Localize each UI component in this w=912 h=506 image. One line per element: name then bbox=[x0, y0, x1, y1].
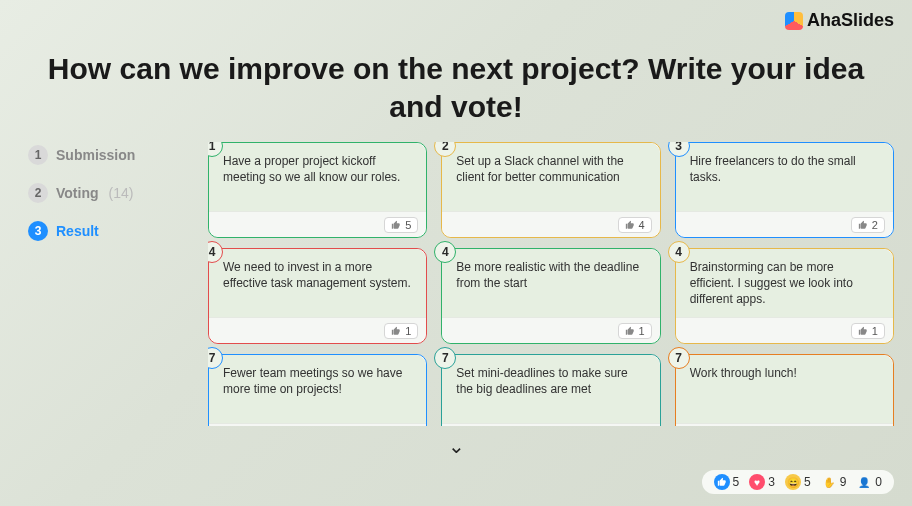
user-icon: 👤 bbox=[856, 474, 872, 490]
idea-text: Hire freelancers to do the small tasks. bbox=[676, 143, 893, 211]
card-footer bbox=[442, 423, 659, 426]
idea-card[interactable]: 1Have a proper project kickoff meeting s… bbox=[208, 142, 427, 238]
brand-name: AhaSlides bbox=[807, 10, 894, 31]
page-title: How can we improve on the next project? … bbox=[0, 50, 912, 125]
idea-card[interactable]: 4Brainstorming can be more efficient. I … bbox=[675, 248, 894, 344]
sidebar: 1 Submission 2 Voting (14) 3 Result bbox=[28, 145, 178, 259]
vote-button[interactable]: 1 bbox=[851, 323, 885, 339]
vote-count: 1 bbox=[872, 325, 878, 337]
thumbs-up-icon bbox=[858, 220, 868, 230]
idea-card[interactable]: 4We need to invest in a more effective t… bbox=[208, 248, 427, 344]
rank-badge: 4 bbox=[668, 241, 690, 263]
idea-card[interactable]: 4Be more realistic with the deadline fro… bbox=[441, 248, 660, 344]
thumbs-up-icon bbox=[391, 220, 401, 230]
thumbs-up-icon bbox=[391, 326, 401, 336]
brand-logo-icon bbox=[785, 12, 803, 30]
vote-count: 2 bbox=[872, 219, 878, 231]
card-footer bbox=[209, 423, 426, 426]
card-footer: 1 bbox=[442, 317, 659, 343]
idea-text: Have a proper project kickoff meeting so… bbox=[209, 143, 426, 211]
card-footer: 2 bbox=[676, 211, 893, 237]
idea-text: Set up a Slack channel with the client f… bbox=[442, 143, 659, 211]
thumbs-up-icon bbox=[858, 326, 868, 336]
card-footer bbox=[676, 423, 893, 426]
card-footer: 1 bbox=[676, 317, 893, 343]
idea-text: Be more realistic with the deadline from… bbox=[442, 249, 659, 317]
card-footer: 4 bbox=[442, 211, 659, 237]
idea-text: We need to invest in a more effective ta… bbox=[209, 249, 426, 317]
react-count: 3 bbox=[768, 475, 775, 489]
idea-card[interactable]: 7Fewer team meetings so we have more tim… bbox=[208, 354, 427, 426]
vote-button[interactable]: 5 bbox=[384, 217, 418, 233]
expand-button[interactable]: ⌄ bbox=[448, 434, 465, 458]
reactions-bar: 5 ♥ 3 😄 5 ✋ 9 👤 0 bbox=[702, 470, 894, 494]
step-result[interactable]: 3 Result bbox=[28, 221, 178, 241]
vote-button[interactable]: 2 bbox=[851, 217, 885, 233]
idea-text: Fewer team meetings so we have more time… bbox=[209, 355, 426, 423]
vote-count: 1 bbox=[639, 325, 645, 337]
idea-card[interactable]: 7Set mini-deadlines to make sure the big… bbox=[441, 354, 660, 426]
step-num: 3 bbox=[28, 221, 48, 241]
step-label: Voting bbox=[56, 185, 99, 201]
vote-button[interactable]: 1 bbox=[618, 323, 652, 339]
step-voting[interactable]: 2 Voting (14) bbox=[28, 183, 178, 203]
laugh-icon: 😄 bbox=[785, 474, 801, 490]
step-label: Result bbox=[56, 223, 99, 239]
react-count: 5 bbox=[804, 475, 811, 489]
react-hand[interactable]: ✋ 9 bbox=[821, 474, 847, 490]
idea-grid: 1Have a proper project kickoff meeting s… bbox=[208, 142, 894, 426]
step-count: (14) bbox=[109, 185, 134, 201]
step-num: 1 bbox=[28, 145, 48, 165]
thumbs-up-icon bbox=[625, 220, 635, 230]
step-num: 2 bbox=[28, 183, 48, 203]
idea-card[interactable]: 2Set up a Slack channel with the client … bbox=[441, 142, 660, 238]
idea-text: Work through lunch! bbox=[676, 355, 893, 423]
react-heart[interactable]: ♥ 3 bbox=[749, 474, 775, 490]
react-like[interactable]: 5 bbox=[714, 474, 740, 490]
step-label: Submission bbox=[56, 147, 135, 163]
react-user[interactable]: 👤 0 bbox=[856, 474, 882, 490]
hand-icon: ✋ bbox=[821, 474, 837, 490]
react-count: 0 bbox=[875, 475, 882, 489]
step-submission[interactable]: 1 Submission bbox=[28, 145, 178, 165]
idea-card[interactable]: 7Work through lunch! bbox=[675, 354, 894, 426]
chevron-down-icon: ⌄ bbox=[448, 435, 465, 457]
card-footer: 5 bbox=[209, 211, 426, 237]
vote-count: 1 bbox=[405, 325, 411, 337]
react-count: 9 bbox=[840, 475, 847, 489]
vote-button[interactable]: 1 bbox=[384, 323, 418, 339]
heart-icon: ♥ bbox=[749, 474, 765, 490]
card-footer: 1 bbox=[209, 317, 426, 343]
vote-button[interactable]: 4 bbox=[618, 217, 652, 233]
vote-count: 4 bbox=[639, 219, 645, 231]
rank-badge: 7 bbox=[668, 347, 690, 369]
idea-card[interactable]: 3Hire freelancers to do the small tasks.… bbox=[675, 142, 894, 238]
react-laugh[interactable]: 😄 5 bbox=[785, 474, 811, 490]
react-count: 5 bbox=[733, 475, 740, 489]
thumbs-up-icon bbox=[714, 474, 730, 490]
vote-count: 5 bbox=[405, 219, 411, 231]
thumbs-up-icon bbox=[625, 326, 635, 336]
brand: AhaSlides bbox=[785, 10, 894, 31]
idea-text: Brainstorming can be more efficient. I s… bbox=[676, 249, 893, 317]
idea-text: Set mini-deadlines to make sure the big … bbox=[442, 355, 659, 423]
